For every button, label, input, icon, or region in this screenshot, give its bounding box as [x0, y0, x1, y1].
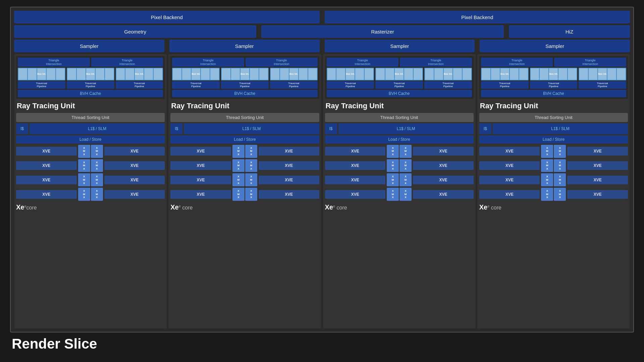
trav-4b: Box Int. TraversalPipeline: [530, 68, 578, 89]
xve-row-3a: XVE XMX XMX XVE: [325, 145, 474, 158]
icache-3: I$: [325, 123, 337, 134]
box-int-label: Box Int.: [135, 73, 144, 75]
cache-row-4: I$ L1$ / SLM: [479, 123, 628, 134]
xmx-group-3b: XMX XMX: [387, 159, 412, 172]
xve-2d-r: XVE: [259, 190, 319, 199]
bvh-cache-4: BVH Cache: [481, 90, 626, 97]
geometry-cell: Geometry: [14, 25, 256, 38]
load-store-1: Load / Store: [16, 135, 165, 143]
pixel-backend-row: Pixel Backend Pixel Backend: [14, 11, 630, 23]
xve-row-2c: XVE XMX XMX XVE: [170, 173, 319, 186]
cache-row-1: I$ L1$ / SLM: [16, 123, 165, 134]
rtu-title-4: Ray Tracing Unit: [479, 100, 628, 112]
samplers-row: Sampler Sampler Sampler Sampler: [14, 40, 630, 52]
bvh-cache-3: BVH Cache: [327, 90, 472, 97]
tsu-2: Thread Sorting Unit: [170, 113, 319, 122]
rtu-box-2: TriangleIntersection TriangleIntersectio…: [170, 56, 319, 99]
xve-2b-l: XVE: [170, 161, 231, 170]
xmx-4b-1: XMX: [541, 159, 553, 172]
box-int-2a: Box Int.: [172, 68, 220, 80]
xve-3a-l: XVE: [325, 147, 386, 156]
xe-core-col-3: TriangleIntersection TriangleIntersectio…: [323, 54, 476, 328]
xmx-group-1a: XMX XMX: [78, 145, 103, 158]
xe-core-col-4: TriangleIntersection TriangleIntersectio…: [477, 54, 630, 328]
xve-3d-r: XVE: [413, 190, 474, 199]
traversal-row-2: Box Int. TraversalPipeline Box Int. Trav…: [172, 68, 317, 89]
xmx-group-1c: XMX XMX: [78, 173, 103, 186]
box-int-4c: Box Int.: [579, 68, 626, 80]
tri-int-2b: TriangleIntersection: [246, 58, 318, 67]
load-store-3: Load / Store: [325, 135, 474, 143]
cache-row-2: I$ L1$ / SLM: [170, 123, 319, 134]
tri-int-2a: TriangleIntersection: [172, 58, 244, 67]
xmx-2b-1: XMX: [232, 159, 245, 172]
bvh-cache-1: BVH Cache: [18, 90, 163, 97]
xmx-group-3c: XMX XMX: [387, 173, 412, 186]
xve-2c-r: XVE: [259, 176, 319, 184]
tri-int-4b: TriangleIntersection: [554, 58, 626, 67]
tri-int-3b: TriangleIntersection: [400, 58, 472, 67]
trav-1b: Box Int. TraversalPipeline: [67, 68, 114, 89]
xve-3c-r: XVE: [413, 176, 474, 184]
xmx-group-2c: XMX XMX: [232, 173, 257, 186]
rasterizer-cell: Rasterizer: [261, 25, 503, 38]
load-store-4: Load / Store: [479, 135, 628, 143]
render-slice-title: Render Slice: [10, 336, 634, 352]
xve-4b-l: XVE: [479, 161, 540, 170]
xve-3c-l: XVE: [325, 176, 386, 184]
xve-1b-l: XVE: [16, 161, 77, 170]
xmx-4a-2: XMX: [554, 145, 566, 158]
traversal-row-4: Box Int. TraversalPipeline Box Int. Trav…: [481, 68, 626, 89]
xmx-group-2a: XMX XMX: [232, 145, 257, 158]
trav-label-1c: TraversalPipeline: [116, 81, 163, 89]
xmx-group-3a: XMX XMX: [387, 145, 412, 158]
box-int-1a: Box Int.: [18, 68, 65, 80]
l1-slm-1: L1$ / SLM: [30, 123, 165, 134]
xve-row-1b: XVE XMX XMX XVE: [16, 159, 165, 172]
xmx-2c-2: XMX: [245, 173, 257, 186]
xmx-3b-1: XMX: [387, 159, 399, 172]
rtu-title-3: Ray Tracing Unit: [325, 100, 474, 112]
trav-label-4c: TraversalPipeline: [579, 81, 626, 89]
sampler-3: Sampler: [325, 40, 475, 52]
tri-row-1: TriangleIntersection TriangleIntersectio…: [18, 58, 163, 67]
xmx-1a-1: XMX: [78, 145, 90, 158]
trav-4a: Box Int. TraversalPipeline: [481, 68, 529, 89]
xve-row-2d: XVE XMX XMX XVE: [170, 188, 319, 201]
tri-row-2: TriangleIntersection TriangleIntersectio…: [172, 58, 317, 67]
xmx-3d-1: XMX: [387, 188, 399, 201]
xmx-3a-1: XMX: [387, 145, 399, 158]
load-store-2: Load / Store: [170, 135, 319, 143]
trav-1a: Box Int. TraversalPipeline: [18, 68, 65, 89]
xve-3b-l: XVE: [325, 161, 386, 170]
xmx-4d-1: XMX: [541, 188, 553, 201]
xve-2c-l: XVE: [170, 176, 231, 184]
trav-label-1b: TraversalPipeline: [67, 81, 114, 89]
xe-core-label-3: Xee core: [325, 203, 474, 212]
main-diagram: Pixel Backend Pixel Backend Geometry Ras…: [10, 7, 634, 333]
trav-label-2c: TraversalPipeline: [270, 81, 318, 89]
xe-core-label-4: Xee core: [479, 203, 628, 212]
xmx-4c-2: XMX: [554, 173, 566, 186]
tsu-4: Thread Sorting Unit: [479, 113, 628, 122]
xmx-2d-1: XMX: [232, 188, 245, 201]
xmx-group-4d: XMX XMX: [541, 188, 566, 201]
tri-row-4: TriangleIntersection TriangleIntersectio…: [481, 58, 626, 67]
xmx-4a-1: XMX: [541, 145, 553, 158]
xve-4a-r: XVE: [567, 147, 628, 156]
xmx-group-3d: XMX XMX: [387, 188, 412, 201]
box-int-2c: Box Int.: [270, 68, 318, 80]
l1-slm-3: L1$ / SLM: [338, 123, 474, 134]
xmx-1a-2: XMX: [91, 145, 103, 158]
xmx-2a-1: XMX: [232, 145, 245, 158]
xmx-3a-2: XMX: [399, 145, 412, 158]
xmx-4c-1: XMX: [541, 173, 553, 186]
xmx-2d-2: XMX: [245, 188, 257, 201]
trav-label-4b: TraversalPipeline: [530, 81, 578, 89]
trav-1c: Box Int. TraversalPipeline: [116, 68, 163, 89]
xmx-1d-2: XMX: [91, 188, 103, 201]
xmx-1c-1: XMX: [78, 173, 90, 186]
xmx-1b-2: XMX: [91, 159, 103, 172]
tri-int-1b: TriangleIntersection: [91, 58, 163, 67]
xve-row-1d: XVE XMX XMX XVE: [16, 188, 165, 201]
